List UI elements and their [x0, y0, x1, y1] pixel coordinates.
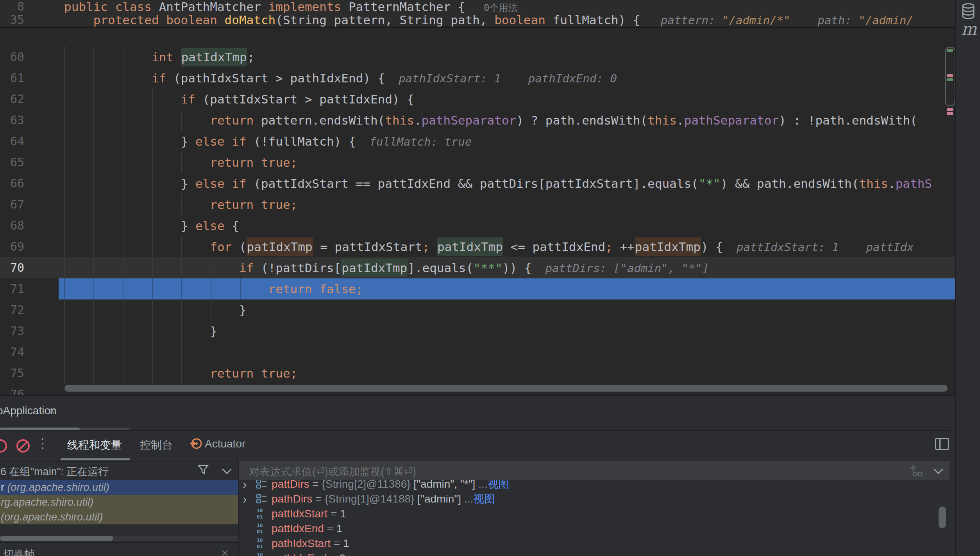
token-pl: (pattIdxStart == pattIdxEnd && pattDirs[…: [247, 176, 699, 191]
tab-strip-scrollbar[interactable]: [0, 428, 80, 430]
expand-chevron-icon[interactable]: ›: [243, 480, 247, 492]
filter-icon[interactable]: [197, 464, 209, 476]
token-kw: else if: [195, 134, 247, 148]
variables-scrollbar[interactable]: [939, 506, 946, 528]
vcs-marker-green: [947, 78, 953, 81]
frames-scrollbar[interactable]: [0, 536, 113, 541]
banner-close-icon[interactable]: ×: [221, 546, 229, 556]
watch-chevron-icon[interactable]: [934, 465, 943, 474]
line-number[interactable]: 61: [0, 68, 24, 89]
code-line-61[interactable]: 61 if (pathIdxStart > pathIdxEnd) { path…: [0, 68, 955, 89]
line-number[interactable]: 67: [0, 194, 24, 215]
stack-frame-row[interactable]: rg.apache.shiro.util): [0, 495, 238, 510]
line-number[interactable]: 75: [0, 363, 24, 384]
code-line-70[interactable]: 70 if (!pattDirs[patIdxTmp].equals("**")…: [0, 257, 955, 278]
code-line-65[interactable]: 65 return true;: [0, 152, 955, 173]
indent-guide: [123, 342, 123, 363]
code-text: return true;: [64, 152, 297, 173]
tab-threads-variables[interactable]: 线程和变量: [67, 438, 122, 453]
variable-name: pathIdxStart: [272, 537, 331, 549]
line-number[interactable]: 64: [0, 131, 24, 152]
view-link[interactable]: 视图: [473, 493, 495, 505]
database-icon[interactable]: [961, 3, 975, 20]
code-line-60[interactable]: 60 int patIdxTmp;: [0, 46, 955, 68]
line-number[interactable]: 8: [0, 0, 24, 13]
token-kw: if: [181, 92, 195, 106]
variable-val: ["admin", "*"]: [413, 480, 478, 490]
close-tab-icon[interactable]: ×: [48, 405, 55, 418]
frame-text: r: [1, 481, 7, 493]
line-number[interactable]: 73: [0, 321, 24, 342]
line-number[interactable]: 71: [0, 278, 24, 299]
variable-eq: =: [309, 480, 322, 490]
code-line-68[interactable]: 68 } else {: [0, 215, 955, 236]
resume-icon[interactable]: [0, 439, 7, 453]
variable-row[interactable]: 10 01pattIdxStart = 1: [239, 506, 950, 521]
code-line-63[interactable]: 63 return pattern.endsWith(this.pathSepa…: [0, 110, 955, 131]
editor-horizontal-scrollbar[interactable]: [64, 385, 948, 392]
array-variable-icon: [256, 493, 268, 505]
line-number[interactable]: 74: [0, 342, 24, 363]
run-config-tab[interactable]: pApplication: [0, 405, 57, 417]
stack-frame-row[interactable]: (org.apache.shiro.util): [0, 510, 238, 524]
code-line-62[interactable]: 62 if (pattIdxStart > pattIdxEnd) {: [0, 89, 955, 110]
code-line-72[interactable]: 72 }: [0, 299, 955, 321]
code-line-69[interactable]: 69 for (patIdxTmp = pattIdxStart; patIdx…: [0, 236, 955, 257]
variable-val: 1: [336, 522, 343, 535]
tab-console[interactable]: 控制台: [140, 438, 173, 453]
expand-chevron-icon[interactable]: ›: [243, 492, 247, 506]
variable-row[interactable]: ›pattDirs = {String[2]@11386} ["admin", …: [239, 480, 950, 492]
line-number[interactable]: 35: [0, 13, 24, 27]
line-number[interactable]: 68: [0, 215, 24, 236]
token-hlr: patIdxTmp: [341, 258, 408, 277]
line-number[interactable]: 70: [0, 257, 24, 278]
token-pl: }: [181, 176, 195, 191]
code-line-8[interactable]: 8public class AntPathMatcher implements …: [0, 0, 955, 13]
token-st: "**": [473, 261, 503, 275]
code-line-67[interactable]: 67 return true;: [0, 194, 955, 215]
code-line-71[interactable]: 71 return false;: [0, 278, 955, 299]
tab-actuator[interactable]: Actuator: [205, 438, 245, 450]
variable-row[interactable]: 10 01pathIdxStart = 1: [239, 536, 950, 551]
token-hv: "/admin/*": [722, 14, 790, 27]
add-watch-icon[interactable]: [908, 464, 923, 477]
vcs-marker-green: [947, 49, 953, 52]
stack-frame-row[interactable]: r (org.apache.shiro.util): [0, 480, 238, 495]
code-line-73[interactable]: 73 }: [0, 321, 955, 342]
line-number[interactable]: 72: [0, 299, 24, 321]
line-number[interactable]: 69: [0, 236, 24, 257]
code-line-64[interactable]: 64 } else if (!fullMatch) { fullMatch: t…: [0, 131, 955, 152]
watch-expression-bar[interactable]: 对表达式求值(⏎)或添加监视(⇧⌘⏎): [239, 461, 950, 480]
code-editor[interactable]: 8public class AntPathMatcher implements …: [0, 0, 955, 395]
view-link[interactable]: 视图: [488, 480, 510, 490]
debug-header: pApplication ×: [0, 396, 950, 431]
token-kw: implements: [268, 0, 342, 14]
filter-chevron-icon[interactable]: [222, 465, 231, 474]
code-line-66[interactable]: 66 } else if (pattIdxStart == pattIdxEnd…: [0, 173, 955, 194]
line-number[interactable]: 63: [0, 110, 24, 131]
variable-eq: =: [327, 508, 340, 520]
line-number[interactable]: 66: [0, 173, 24, 194]
variable-row[interactable]: ›pathDirs = {String[1]@14188} ["admin"] …: [239, 492, 950, 506]
token-pl: [217, 13, 225, 27]
variable-text: pattIdxStart = 1: [272, 506, 346, 521]
maven-icon[interactable]: m: [961, 20, 977, 39]
code-line-75[interactable]: 75 return true;: [0, 363, 955, 384]
more-options-icon[interactable]: ⋮: [36, 435, 49, 451]
variable-row[interactable]: 10 01pathIdxEnd = 0: [239, 551, 950, 556]
code-line-74[interactable]: 74: [0, 342, 955, 363]
token-pl: [173, 50, 181, 64]
token-pl: ) : !path.endsWith(: [779, 113, 917, 127]
line-number[interactable]: 60: [0, 46, 24, 68]
layout-settings-icon[interactable]: [935, 438, 949, 450]
line-number[interactable]: 65: [0, 152, 24, 173]
line-number[interactable]: 76: [0, 384, 24, 395]
line-number[interactable]: 62: [0, 89, 24, 110]
code-line-35[interactable]: 35 protected boolean doMatch(String patt…: [0, 13, 955, 27]
token-kw: return true;: [210, 198, 297, 212]
token-kw: else: [195, 219, 225, 233]
token-kw: public class: [64, 0, 152, 14]
mute-breakpoints-icon[interactable]: [16, 439, 30, 453]
variable-row[interactable]: 10 01pattIdxEnd = 1: [239, 521, 950, 536]
token-hv: "/admin/: [858, 14, 913, 27]
